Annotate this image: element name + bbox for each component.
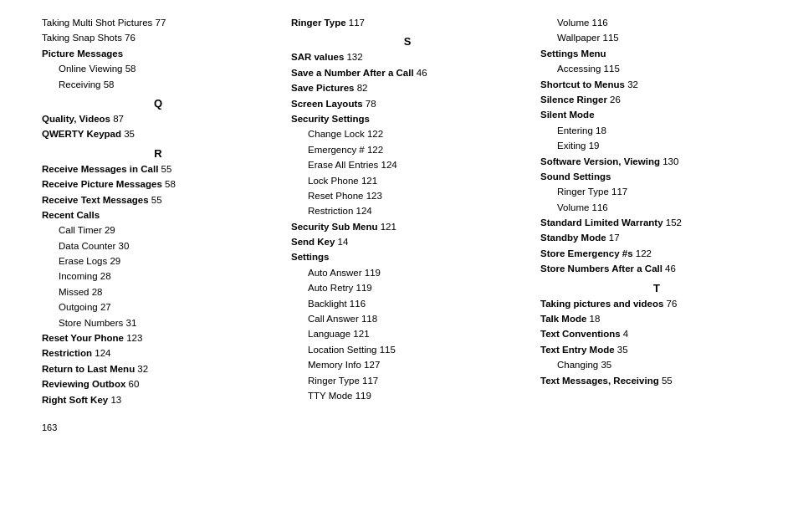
entry-page: 46 (662, 263, 676, 274)
entry-page: 118 (359, 314, 377, 324)
index-entry: Save a Number After a Call 46 (291, 65, 524, 80)
entry-label-bold: Talk Mode (540, 314, 586, 324)
index-entry: Text Conventions 4 (540, 326, 773, 341)
entry-label: Ringer Type (557, 187, 609, 197)
index-entry: Taking Multi Shot Pictures 77 (42, 15, 274, 30)
entry-label-bold: SAR values (291, 52, 344, 62)
index-entry: Reset Phone 123 (291, 188, 524, 203)
entry-label-bold: Return to Last Menu (42, 364, 135, 374)
entry-page: 17 (606, 233, 620, 243)
entry-label-bold: Settings Menu (540, 49, 606, 59)
index-entry: Talk Mode 18 (540, 311, 773, 326)
index-entry: Auto Retry 119 (291, 280, 524, 295)
column-2: Ringer Type 117SSAR values 132Save a Num… (283, 15, 532, 432)
entry-page: 32 (625, 79, 638, 90)
entry-label: Exiting (557, 141, 586, 151)
entry-page: 124 (353, 206, 371, 216)
entry-page: 119 (362, 268, 381, 278)
page-number: 163 (42, 422, 274, 432)
entry-label-bold: Ringer Type (291, 18, 346, 28)
index-entry: Security Sub Menu 121 (291, 219, 524, 234)
entry-page: 55 (158, 164, 171, 174)
index-entry: Save Pictures 82 (291, 80, 524, 95)
entry-page: 115 (600, 33, 618, 43)
entry-label-bold: Taking pictures and videos (540, 299, 663, 309)
entry-label: Backlight (308, 299, 347, 309)
entry-label: Taking Multi Shot Pictures (42, 18, 152, 28)
entry-page: 122 (633, 248, 652, 258)
entry-page: 116 (589, 18, 607, 28)
entry-label: Volume (557, 202, 589, 212)
entry-page: 76 (663, 299, 677, 309)
index-entry: Reset Your Phone 123 (42, 330, 274, 345)
index-entry: Language 121 (291, 326, 524, 341)
entry-page: 4 (621, 329, 629, 339)
entry-label: Taking Snap Shots (42, 33, 122, 43)
entry-label-bold: Send Key (291, 237, 335, 247)
entry-page: 46 (414, 68, 427, 78)
index-entry: Volume 116 (540, 200, 773, 215)
entry-label: Restriction (308, 206, 353, 216)
index-entry: Change Lock 122 (291, 126, 524, 141)
index-entry: Receiving 58 (42, 77, 274, 92)
index-entry: Silence Ringer 26 (540, 92, 773, 107)
entry-label: Auto Answer (308, 268, 362, 278)
section-letter-S: S (291, 35, 524, 48)
entry-page: 130 (660, 156, 678, 166)
entry-label: Store Numbers (59, 318, 123, 328)
index-entry: Call Answer 118 (291, 311, 524, 326)
entry-label-bold: Standard Limited Warranty (540, 217, 663, 228)
entry-label-bold: Settings (291, 252, 329, 262)
index-entry: Restriction 124 (42, 345, 274, 361)
entry-label-bold: Receive Messages in Call (42, 164, 158, 174)
index-entry: Standby Mode 17 (540, 230, 773, 245)
entry-page: 121 (378, 222, 396, 232)
index-entry: Lock Phone 121 (291, 173, 524, 188)
entry-label: Auto Retry (308, 283, 353, 293)
entry-label: Erase All Entries (308, 160, 378, 170)
entry-label-bold: Sound Settings (540, 171, 611, 182)
entry-page: 122 (365, 129, 383, 139)
entry-label-bold: Quality, Videos (42, 114, 110, 124)
index-entry: Emergency # 122 (291, 142, 524, 157)
entry-page: 117 (360, 376, 378, 386)
entry-page: 78 (363, 99, 376, 109)
entry-label: Location Setting (308, 345, 376, 355)
entry-page: 29 (102, 225, 115, 235)
entry-page: 124 (378, 160, 396, 170)
entry-label-bold: Store Emergency #s (540, 248, 633, 258)
index-entry: Backlight 116 (291, 296, 524, 311)
entry-page: 87 (110, 114, 124, 124)
entry-label: Outgoing (59, 302, 98, 312)
index-entry: Store Numbers 31 (42, 315, 274, 330)
entry-page: 58 (123, 64, 136, 74)
entry-page: 58 (162, 179, 176, 189)
index-entry: Online Viewing 58 (42, 61, 274, 76)
index-entry: Recent Calls (42, 207, 274, 223)
entry-label-bold: Right Soft Key (42, 395, 108, 405)
entry-label: Emergency # (308, 145, 365, 155)
index-entry: Sound Settings (540, 169, 773, 184)
index-entry: Software Version, Viewing 130 (540, 154, 773, 169)
entry-label: Missed (59, 287, 89, 297)
entry-label: Lock Phone (308, 176, 359, 186)
index-entry: Text Entry Mode 35 (540, 342, 773, 357)
index-entry: Right Soft Key 13 (42, 392, 274, 407)
entry-page: 132 (344, 52, 362, 62)
entry-label-bold: Save Pictures (291, 83, 354, 93)
index-entry: TTY Mode 119 (291, 388, 524, 403)
entry-label: Ringer Type (308, 376, 360, 386)
index-entry: Ringer Type 117 (291, 373, 524, 388)
index-entry: Data Counter 30 (42, 238, 274, 253)
index-entry: Send Key 14 (291, 234, 524, 249)
index-entry: Standard Limited Warranty 152 (540, 215, 773, 230)
entry-label-bold: Text Conventions (540, 329, 621, 339)
entry-page: 35 (615, 345, 628, 355)
entry-label: Receiving (59, 79, 101, 90)
entry-label-bold: Standby Mode (540, 233, 606, 243)
entry-page: 124 (92, 348, 110, 358)
entry-label-bold: Screen Layouts (291, 99, 363, 109)
index-entry: Auto Answer 119 (291, 265, 524, 280)
column-1: Taking Multi Shot Pictures 77Taking Snap… (17, 15, 283, 432)
index-entry: QWERTY Keypad 35 (42, 126, 274, 141)
